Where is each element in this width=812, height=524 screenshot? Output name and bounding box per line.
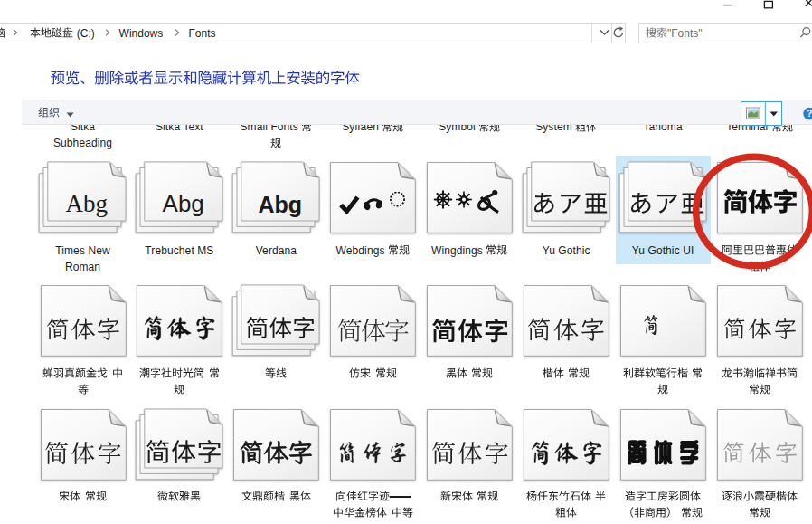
svg-text:?: ? <box>806 108 811 119</box>
